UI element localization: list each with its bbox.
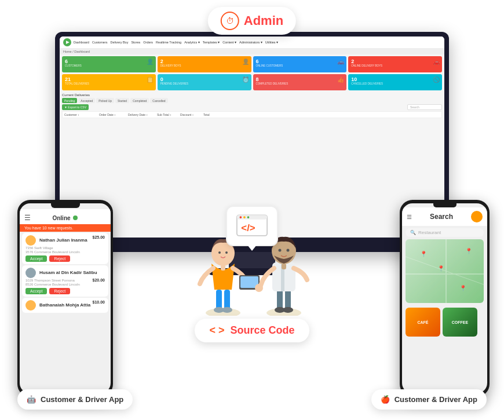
order-addr-2b: 8526 Commerce Boulevard Lincoln: [25, 283, 105, 286]
reject-btn-1[interactable]: Reject: [49, 255, 70, 262]
apple-icon: 🍎: [381, 395, 390, 404]
stat-total-deliveries: 21 TOTAL DELIVERIES 📋: [62, 74, 156, 90]
col-delivery-date: Delivery Date ↕: [128, 113, 157, 116]
nav-templates[interactable]: Templates ▾: [203, 41, 220, 44]
phone-left-notch: [51, 203, 80, 208]
tab-pending[interactable]: Pending: [62, 98, 77, 103]
col-customer: Customer ↕: [64, 113, 99, 116]
svg-point-7: [247, 216, 250, 218]
admin-label-bubble: ⏱ Admin: [208, 7, 296, 35]
nav-customers[interactable]: Customers: [92, 41, 108, 44]
stat-completed-icon: 👍: [337, 76, 344, 83]
svg-point-13: [222, 307, 232, 313]
order-item-3: Bathanaiah Mohja Attia $10.00: [22, 298, 108, 313]
order-avatar-2: [25, 268, 36, 278]
stat-total-num: 21: [65, 76, 153, 82]
breadcrumb: Home / Dashboard: [60, 49, 444, 54]
apple-label-text: Customer & Driver App: [395, 395, 477, 404]
map-area: 📍 📍 📍 📍: [406, 239, 484, 303]
tab-accepted[interactable]: Accepted: [78, 98, 95, 103]
tab-picked-up[interactable]: Picked Up: [96, 98, 114, 103]
rest-card-1[interactable]: CAFÉ: [406, 308, 440, 337]
stat-online-delivery-num: 2: [351, 59, 439, 64]
main-scene: ⏱ Admin ▶ Dashboard Customers Delivery B…: [0, 0, 504, 420]
stat-customers: 6 CUSTOMERS 👤: [62, 56, 156, 72]
accept-btn-2[interactable]: Accept: [25, 288, 47, 294]
nav-admin[interactable]: Administrators ▾: [239, 41, 262, 44]
stat-delivery-boys-num: 2: [160, 59, 249, 64]
notification-bar: You have 10 new requests.: [20, 224, 111, 232]
svg-point-24: [283, 307, 293, 313]
nav-analytics[interactable]: Analytics ▾: [184, 41, 200, 44]
svg-point-5: [240, 216, 242, 218]
map-roads: [406, 239, 484, 303]
delivery-tabs: Pending Accepted Picked Up Started Compl…: [62, 98, 442, 103]
svg-point-29: [279, 249, 282, 252]
tab-completed[interactable]: Completed: [130, 98, 149, 103]
nav-orders[interactable]: Orders: [143, 41, 153, 44]
svg-text:</>: </>: [241, 222, 255, 233]
nav-utilities[interactable]: Utilities ▾: [265, 41, 278, 44]
svg-point-27: [255, 284, 263, 292]
phone-left: ☰ Online You have 10 new requests. Natha…: [17, 200, 113, 397]
phone-right-screen: ☰ Search 🔍 Restaurant 📍 📍 📍 📍: [402, 203, 487, 393]
right-app-header: ☰ Search: [402, 207, 487, 226]
nav-content[interactable]: Content ▾: [222, 41, 236, 44]
right-avatar: [471, 211, 483, 222]
stat-online-delivery: 2 ONLINE DELIVERY BOYS 🚗: [348, 56, 442, 72]
tab-started[interactable]: Started: [115, 98, 129, 103]
stat-delivery-boys-label: DELIVERY BOYS: [160, 64, 249, 67]
right-menu-icon[interactable]: ☰: [407, 214, 412, 220]
dash-logo: ▶: [63, 38, 71, 46]
android-icon: 🤖: [27, 395, 36, 404]
order-addr-1b: 3576 Commerce Boulevard Lincoln: [25, 250, 105, 254]
svg-point-30: [287, 249, 290, 252]
nav-tracking[interactable]: Realtime Tracking: [156, 41, 181, 44]
nav-delivery[interactable]: Delivery Boy: [111, 41, 129, 44]
rest-label-1: CAFÉ: [417, 320, 428, 324]
stat-online-customers-label: ONLINE CUSTOMERS: [256, 64, 344, 67]
export-btn[interactable]: ▼ Export to CSV: [62, 104, 89, 110]
stat-customers-label: CUSTOMERS: [65, 64, 153, 67]
rest-img-1: CAFÉ: [406, 308, 440, 337]
reject-btn-2[interactable]: Reject: [49, 288, 70, 294]
tab-cancelled[interactable]: Cancelled: [150, 98, 167, 103]
stat-online-delivery-icon: 🚗: [433, 59, 440, 65]
notification-text: You have 10 new requests.: [24, 226, 73, 230]
stat-completed: 8 COMPLETED DELIVERIES 👍: [253, 74, 347, 90]
code-bubble-svg: </>: [236, 213, 268, 239]
order-name-3: Bathanaiah Mohja Attia: [39, 302, 90, 308]
svg-rect-21: [277, 290, 283, 310]
app-status: Online: [52, 215, 77, 221]
stat-total-icon: 📋: [147, 76, 154, 83]
nav-stores[interactable]: Stores: [131, 41, 140, 44]
stat-cancelled-icon: 🚫: [433, 76, 440, 83]
order-price-3: $10.00: [93, 300, 105, 304]
stat-customers-num: 6: [65, 59, 153, 64]
rest-card-2[interactable]: COFFEE: [443, 308, 477, 337]
accept-btn-1[interactable]: Accept: [25, 255, 47, 262]
svg-rect-19: [221, 265, 225, 271]
table-search[interactable]: Search: [407, 104, 442, 110]
stat-total-label: TOTAL DELIVERIES: [65, 82, 153, 85]
stat-online-customers-icon: 🚗: [337, 59, 344, 65]
stat-cancelled-label: CANCELLED DELIVERIES: [351, 82, 439, 85]
nav-dashboard[interactable]: Dashboard: [74, 41, 89, 44]
stats-grid: 6 CUSTOMERS 👤 2 DELIVERY BOYS 👤 6 ONLINE…: [60, 54, 444, 92]
source-code-label: Source Code: [231, 324, 295, 337]
search-icon: 🔍: [410, 230, 416, 235]
code-bubble: </>: [226, 206, 278, 246]
order-price-2: $20.00: [93, 278, 105, 282]
phone-left-screen: ☰ Online You have 10 new requests. Natha…: [20, 203, 111, 393]
table-header: Customer ↕ Order Date ↕ Delivery Date ↕ …: [62, 111, 442, 118]
center-illustration: </>: [171, 200, 333, 385]
phone-right: ☰ Search 🔍 Restaurant 📍 📍 📍 📍: [400, 200, 490, 397]
search-bar[interactable]: 🔍 Restaurant: [406, 228, 484, 237]
stat-cancelled-num: 10: [351, 76, 439, 82]
left-menu-icon[interactable]: ☰: [24, 214, 31, 222]
stat-pending-label: PENDING DELIVERIES: [160, 82, 249, 85]
order-price-1: $25.00: [93, 235, 105, 239]
col-total: Total: [203, 113, 221, 116]
svg-line-2: [406, 257, 484, 286]
svg-rect-31: [282, 264, 286, 269]
